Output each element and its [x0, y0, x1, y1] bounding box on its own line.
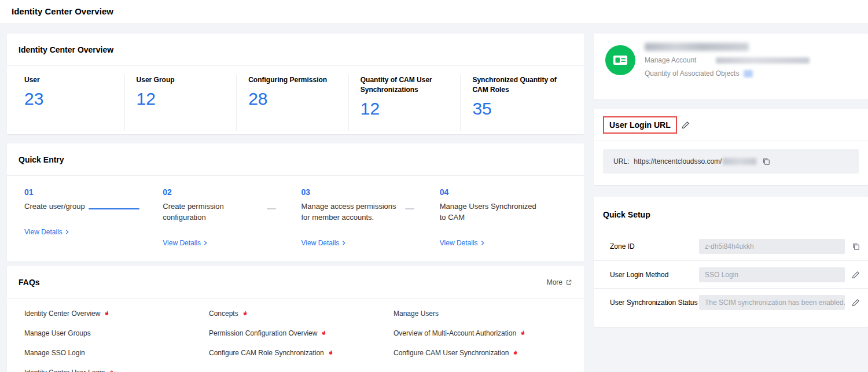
- faq-link-label: Identity Center Overview: [24, 310, 100, 317]
- zone-id-label: Zone ID: [610, 242, 635, 251]
- user-login-method-label: User Login Method: [610, 271, 668, 279]
- user-login-method-field: SSO Login: [699, 267, 845, 282]
- view-details-label: View Details: [301, 239, 340, 247]
- user-sync-status-label: User Synchronization Status: [610, 299, 697, 307]
- faq-link[interactable]: Concepts: [209, 310, 388, 317]
- faq-link-label: Concepts: [209, 310, 238, 317]
- quick-entry-step-2: 02 Create permission configuration View …: [157, 187, 295, 248]
- user-login-url-title: User Login URL: [609, 120, 671, 130]
- quick-entry-card-header: Quick Entry: [7, 143, 584, 176]
- faq-link[interactable]: Manage SSO Login: [24, 349, 203, 356]
- stat-user: User 23: [19, 75, 124, 131]
- flame-icon: [519, 329, 527, 337]
- step-title: Create user/group: [24, 201, 123, 212]
- faq-link[interactable]: Manage Users: [393, 310, 572, 317]
- flame-icon: [103, 310, 111, 318]
- faqs-column-1: Identity Center Overview Manage User Gro…: [19, 310, 203, 372]
- stat-user-group: User Group 12: [124, 75, 237, 131]
- external-link-icon: [565, 279, 572, 286]
- flame-icon: [327, 349, 334, 357]
- user-sync-status-field: The SCIM synchronization has been enable…: [699, 295, 845, 310]
- step-connector: [267, 208, 276, 209]
- step-number: 02: [163, 187, 295, 197]
- pencil-icon[interactable]: [852, 271, 860, 279]
- overview-card-header: Identity Center Overview: [7, 34, 584, 66]
- quick-setup-title: Quick Setup: [603, 210, 650, 219]
- view-details-link[interactable]: View Details: [24, 228, 70, 236]
- faqs-card-header: FAQs More: [7, 266, 584, 299]
- step-connector: [89, 208, 139, 209]
- faq-link-label: Configure CAM Role Synchronization: [209, 349, 324, 356]
- faqs-card: FAQs More Identity Center Overview Manag…: [7, 266, 584, 372]
- faqs-more-link[interactable]: More: [547, 278, 572, 286]
- quick-setup-card: Quick Setup Zone ID z-dh5i84h4ukkh User …: [594, 197, 868, 327]
- stat-value: 12: [361, 100, 461, 118]
- view-details-link[interactable]: View Details: [163, 239, 208, 247]
- step-connector: [405, 208, 414, 209]
- faq-link[interactable]: Configure CAM Role Synchronization: [209, 349, 388, 356]
- step-title: Manage Users Synchronized to CAM: [440, 201, 538, 223]
- faq-link[interactable]: Identity Center User Login: [24, 369, 203, 372]
- quick-entry-card-title: Quick Entry: [19, 155, 64, 164]
- overview-card: Identity Center Overview User 23 User Gr…: [7, 34, 584, 134]
- stat-value: 28: [248, 90, 348, 108]
- chevron-right-icon: [203, 240, 208, 246]
- redacted-objects-count-badge: [744, 70, 753, 78]
- faq-link[interactable]: Manage User Groups: [24, 330, 203, 337]
- view-details-link[interactable]: View Details: [440, 239, 486, 247]
- faq-link-label: Configure CAM User Synchronization: [393, 349, 509, 356]
- copy-icon[interactable]: [852, 242, 860, 251]
- flame-icon: [108, 369, 115, 372]
- stat-label: User Group: [137, 75, 229, 85]
- faq-link[interactable]: Overview of Multi-Account Authorization: [393, 330, 572, 337]
- stat-value: 35: [472, 100, 572, 118]
- step-number: 01: [24, 187, 157, 197]
- copy-icon[interactable]: [762, 157, 770, 165]
- manage-account-row: Manage Account: [645, 56, 859, 64]
- step-number: 04: [440, 187, 572, 197]
- faq-link[interactable]: Configure CAM User Synchronization: [393, 349, 572, 356]
- stat-label: Configuring Permission: [248, 75, 341, 85]
- red-highlight-box: User Login URL: [603, 116, 677, 134]
- step-title: Create permission configuration: [163, 201, 261, 223]
- faq-link-label: Manage User Groups: [24, 330, 91, 337]
- login-url-bar: URL: https://tencentcloudsso.com/: [603, 149, 859, 174]
- account-summary: Manage Account Quantity of Associated Ob…: [594, 34, 868, 78]
- faq-link-label: Identity Center User Login: [24, 369, 105, 372]
- pencil-icon[interactable]: [682, 121, 690, 129]
- quick-entry-card: Quick Entry 01 Create user/group View De…: [7, 143, 584, 261]
- faq-link[interactable]: Permission Configuration Overview: [209, 330, 388, 337]
- stat-label: Quantity of CAM User Synchronizations: [361, 75, 453, 95]
- flame-icon: [512, 349, 519, 357]
- faqs-more-label: More: [547, 278, 562, 286]
- topbar: Identity Center Overview: [0, 0, 868, 23]
- user-login-url-header: User Login URL: [594, 109, 868, 141]
- pencil-icon[interactable]: [852, 299, 860, 307]
- flame-icon: [241, 310, 249, 318]
- view-details-link[interactable]: View Details: [301, 239, 347, 247]
- view-details-label: View Details: [440, 239, 478, 247]
- zone-id-field: z-dh5i84h4ukkh: [699, 239, 845, 254]
- quick-entry-step-3: 03 Manage access permissions for member …: [296, 187, 434, 248]
- chevron-right-icon: [64, 229, 70, 235]
- stat-label: User: [24, 75, 117, 85]
- user-sync-status-row: User Synchronization Status The SCIM syn…: [594, 288, 868, 316]
- chevron-right-icon: [341, 240, 347, 246]
- account-card: Manage Account Quantity of Associated Ob…: [594, 34, 868, 100]
- faq-link[interactable]: Identity Center Overview: [24, 310, 203, 317]
- quick-entry-steps: 01 Create user/group View Details 02 Cre…: [7, 176, 584, 248]
- faqs-columns: Identity Center Overview Manage User Gro…: [7, 299, 584, 372]
- overview-card-title: Identity Center Overview: [19, 45, 113, 54]
- view-details-label: View Details: [24, 228, 62, 236]
- stat-configuring-permission: Configuring Permission 28: [236, 75, 348, 131]
- user-login-method-row: User Login Method SSO Login: [594, 260, 868, 288]
- faq-link-label: Manage Users: [393, 310, 439, 317]
- login-url-value: https://tencentcloudsso.com/: [634, 157, 722, 165]
- manage-account-link[interactable]: Manage Account: [645, 56, 696, 64]
- quick-entry-step-4: 04 Manage Users Synchronized to CAM View…: [434, 187, 572, 248]
- faqs-card-title: FAQs: [19, 278, 40, 287]
- faq-link-label: Manage SSO Login: [24, 349, 85, 356]
- quick-setup-rows: Zone ID z-dh5i84h4ukkh User Login Method…: [594, 233, 868, 316]
- associated-objects-row: Quantity of Associated Objects: [645, 69, 859, 78]
- user-login-url-card: User Login URL URL: https://tencentcloud…: [594, 109, 868, 185]
